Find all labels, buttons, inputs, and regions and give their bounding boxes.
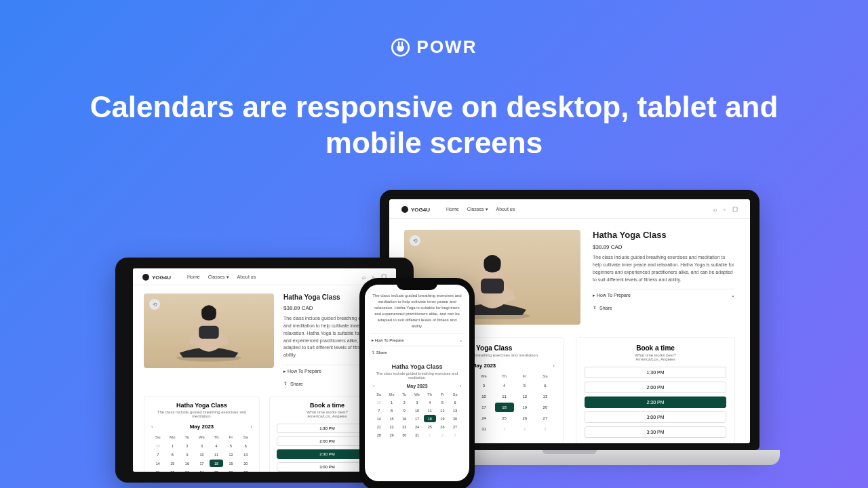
cal-next[interactable]: › <box>250 424 252 430</box>
calendar-day[interactable]: 19 <box>515 403 534 412</box>
calendar-day[interactable]: 8 <box>386 407 398 414</box>
calendar-grid[interactable]: SuMoTuWeThFrSa30123456789101112131415161… <box>370 391 464 439</box>
time-slot[interactable]: 2:00 PM <box>585 382 726 393</box>
cal-next[interactable]: › <box>460 384 461 388</box>
calendar-day[interactable]: 6 <box>449 399 461 406</box>
nav-home[interactable]: Home <box>446 207 459 212</box>
calendar-day[interactable]: 18 <box>210 460 223 467</box>
calendar-day[interactable]: 9 <box>398 407 410 414</box>
calendar-day[interactable]: 10 <box>195 451 209 458</box>
calendar-day[interactable]: 14 <box>151 460 165 467</box>
calendar-day[interactable]: 7 <box>373 407 385 414</box>
calendar-day[interactable]: 12 <box>515 392 534 401</box>
calendar-day[interactable]: 22 <box>386 423 398 430</box>
calendar-day[interactable]: 13 <box>239 451 252 458</box>
calendar-day[interactable]: 3 <box>411 399 423 406</box>
calendar-day[interactable]: 11 <box>424 407 436 414</box>
calendar-day[interactable]: 17 <box>411 415 423 422</box>
calendar-day[interactable]: 26 <box>437 423 449 430</box>
calendar-day[interactable]: 3 <box>449 431 461 439</box>
account-icon[interactable]: ◦ <box>724 206 726 213</box>
site-logo[interactable]: YOG4U <box>142 274 171 281</box>
calendar-day[interactable]: 13 <box>449 407 461 414</box>
calendar-day[interactable]: 3 <box>536 424 555 434</box>
calendar-day[interactable]: 25 <box>495 413 514 423</box>
calendar-day[interactable]: 18 <box>495 403 514 412</box>
calendar-day[interactable]: 1 <box>424 431 436 439</box>
calendar-day[interactable]: 11 <box>210 451 223 458</box>
share-button[interactable]: ⇪ Share <box>370 346 464 358</box>
time-slot[interactable]: 3:00 PM <box>585 411 726 423</box>
calendar-day[interactable]: 15 <box>386 415 398 422</box>
cal-prev[interactable]: ‹ <box>373 384 374 388</box>
calendar-day[interactable]: 12 <box>437 407 449 414</box>
calendar-day[interactable]: 27 <box>536 413 555 423</box>
calendar-day[interactable]: 16 <box>398 415 410 422</box>
calendar-day[interactable]: 19 <box>224 460 238 467</box>
calendar-day[interactable]: 28 <box>373 431 385 439</box>
calendar-day[interactable]: 31 <box>411 431 423 439</box>
time-slot[interactable]: 3:30 PM <box>585 426 726 438</box>
calendar-day[interactable]: 17 <box>195 460 209 467</box>
cal-prev[interactable]: ‹ <box>151 424 153 430</box>
cal-next[interactable]: › <box>553 363 555 369</box>
nav-classes[interactable]: Classes ▾ <box>467 207 488 212</box>
calendar-day[interactable]: 30 <box>398 431 410 439</box>
calendar-day[interactable]: 5 <box>437 399 449 406</box>
time-slot[interactable]: 1:30 PM <box>585 367 726 378</box>
calendar-day[interactable]: 27 <box>449 423 461 430</box>
calendar-day[interactable]: 2 <box>398 399 410 406</box>
calendar-day[interactable]: 3 <box>195 442 209 449</box>
nav-classes[interactable]: Classes ▾ <box>208 274 229 280</box>
calendar-day[interactable]: 1 <box>166 442 180 449</box>
calendar-day[interactable]: 17 <box>474 403 493 412</box>
calendar-day[interactable]: 31 <box>474 424 493 434</box>
calendar-day[interactable]: 2 <box>515 424 534 434</box>
calendar-day[interactable]: 8 <box>166 451 180 458</box>
calendar-day[interactable]: 21 <box>151 468 165 472</box>
calendar-day[interactable]: 10 <box>474 392 493 401</box>
calendar-day[interactable]: 20 <box>239 460 252 467</box>
nav-about[interactable]: About us <box>237 274 256 280</box>
calendar-day[interactable]: 25 <box>424 423 436 430</box>
time-slot[interactable]: 2:30 PM <box>585 396 726 408</box>
calendar-day[interactable]: 6 <box>536 381 555 390</box>
calendar-day[interactable]: 30 <box>373 399 385 406</box>
calendar-day[interactable]: 24 <box>411 423 423 430</box>
calendar-day[interactable]: 23 <box>180 468 194 472</box>
calendar-day[interactable]: 4 <box>210 442 223 449</box>
calendar-day[interactable]: 25 <box>210 468 223 472</box>
calendar-day[interactable]: 24 <box>195 468 209 472</box>
calendar-day[interactable]: 20 <box>536 403 555 412</box>
calendar-day[interactable]: 29 <box>386 431 398 439</box>
calendar-day[interactable]: 2 <box>437 431 449 439</box>
calendar-day[interactable]: 1 <box>386 399 398 406</box>
calendar-day[interactable]: 3 <box>474 381 493 390</box>
calendar-day[interactable]: 26 <box>515 413 534 423</box>
calendar-day[interactable]: 21 <box>373 423 385 430</box>
calendar-day[interactable]: 4 <box>424 399 436 406</box>
nav-about[interactable]: About us <box>496 207 515 212</box>
calendar-day[interactable]: 2 <box>180 442 194 449</box>
accordion-how-to-prepare[interactable]: ▸ How To Prepare⌄ <box>370 333 464 346</box>
calendar-day[interactable]: 19 <box>437 415 449 422</box>
calendar-day[interactable]: 18 <box>424 415 436 422</box>
calendar-day[interactable]: 7 <box>151 451 165 458</box>
calendar-day[interactable]: 22 <box>166 468 180 472</box>
calendar-day[interactable]: 10 <box>411 407 423 414</box>
accordion-how-to-prepare[interactable]: ▸ How To Prepare⌄ <box>593 289 735 302</box>
calendar-day[interactable]: 6 <box>239 442 252 449</box>
calendar-day[interactable]: 20 <box>449 415 461 422</box>
share-button[interactable]: ⇪Share <box>593 302 735 310</box>
calendar-day[interactable]: 12 <box>224 451 238 458</box>
calendar-day[interactable]: 13 <box>536 392 555 401</box>
calendar-day[interactable]: 26 <box>224 468 238 472</box>
nav-home[interactable]: Home <box>187 274 200 280</box>
site-logo[interactable]: YOG4U <box>401 206 430 213</box>
calendar-day[interactable]: 14 <box>373 415 385 422</box>
calendar-day[interactable]: 24 <box>474 413 493 423</box>
bag-icon[interactable]: ☐ <box>732 206 738 213</box>
calendar-day[interactable]: 23 <box>398 423 410 430</box>
calendar-day[interactable]: 5 <box>224 442 238 449</box>
search-icon[interactable]: ⌕ <box>713 206 717 213</box>
